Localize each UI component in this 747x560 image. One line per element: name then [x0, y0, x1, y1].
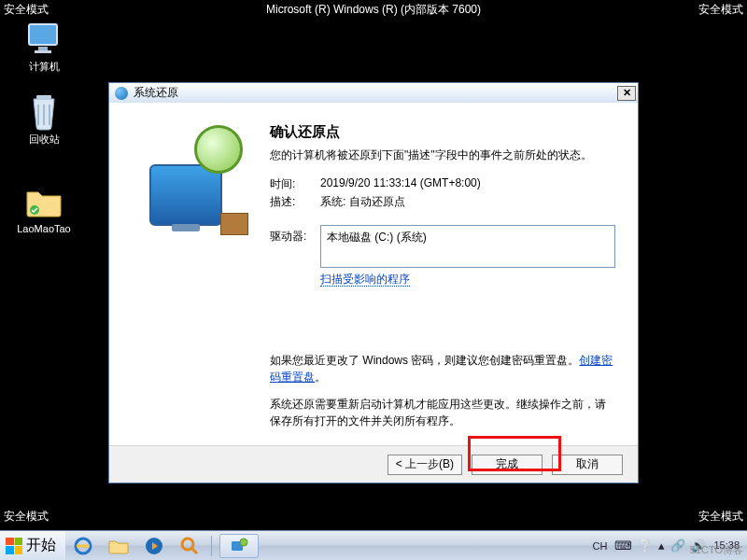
system-restore-icon — [115, 87, 128, 100]
system-restore-icon — [230, 538, 248, 554]
recycle-bin-icon — [24, 91, 63, 131]
ie-icon — [74, 537, 92, 555]
dialog-footer: < 上一步(B) 完成 取消 — [109, 445, 638, 483]
desktop-icon-folder[interactable]: LaoMaoTao — [11, 182, 77, 234]
safe-mode-label: 安全模式 — [4, 2, 49, 18]
svg-point-7 — [182, 539, 193, 550]
desktop-icon-recycle-bin[interactable]: 回收站 — [11, 91, 77, 147]
network-disabled-icon[interactable]: 🔗 — [670, 539, 685, 553]
search-icon — [180, 537, 199, 555]
desktop-icon-label: 计算机 — [29, 60, 60, 74]
help-icon[interactable]: ❔ — [638, 539, 653, 553]
media-player-icon — [145, 537, 163, 555]
password-note: 如果您最近更改了 Windows 密码，则建议您创建密码重置盘。创建密码重置盘。 — [270, 352, 615, 386]
drive-item: 本地磁盘 (C:) (系统) — [327, 231, 427, 244]
system-restore-dialog: 系统还原 ✕ 确认还原点 您的计算机将被还原到下面"描述"字段中的事件之前所处的… — [108, 82, 639, 483]
dialog-title: 系统还原 — [134, 85, 178, 101]
clock[interactable]: 15:38 — [713, 540, 740, 551]
svg-rect-0 — [29, 24, 57, 45]
svg-rect-3 — [36, 95, 51, 99]
scan-affected-programs-link[interactable]: 扫描受影响的程序 — [320, 273, 410, 287]
taskbar-explorer-button[interactable] — [101, 531, 136, 560]
ime-indicator[interactable]: CH — [593, 540, 608, 552]
taskbar-separator — [211, 536, 212, 556]
desktop-icon-computer[interactable]: 计算机 — [11, 19, 77, 74]
dialog-heading: 确认还原点 — [270, 123, 615, 141]
drives-label: 驱动器: — [270, 225, 320, 268]
svg-rect-1 — [38, 47, 48, 50]
desc-value: 系统: 自动还原点 — [320, 194, 405, 210]
folder-icon — [108, 538, 129, 554]
desc-label: 描述: — [270, 194, 320, 210]
time-value: 2019/9/20 11:33:14 (GMT+8:00) — [320, 176, 481, 192]
svg-point-9 — [240, 539, 247, 546]
dialog-illustration-pane — [109, 103, 270, 445]
start-label: 开始 — [26, 536, 56, 555]
drives-listbox[interactable]: 本地磁盘 (C:) (系统) — [320, 225, 615, 268]
start-button[interactable]: 开始 — [0, 531, 65, 561]
time-label: 时间: — [270, 176, 320, 192]
system-tray: CH ⌨ ❔ ▴ 🔗 🔊 15:38 — [585, 539, 747, 553]
safe-mode-label: 安全模式 — [698, 509, 743, 525]
taskbar-task-system-restore[interactable] — [219, 534, 259, 558]
safe-mode-label: 安全模式 — [698, 2, 743, 18]
dialog-titlebar[interactable]: 系统还原 ✕ — [109, 82, 638, 103]
cancel-button[interactable]: 取消 — [552, 455, 623, 475]
dialog-intro: 您的计算机将被还原到下面"描述"字段中的事件之前所处的状态。 — [270, 147, 615, 163]
keyboard-icon[interactable]: ⌨ — [614, 539, 632, 553]
system-restore-illustration — [138, 129, 241, 231]
taskbar-search-button[interactable] — [172, 531, 207, 560]
desktop-icon-label: LaoMaoTao — [17, 223, 71, 234]
computer-icon — [24, 19, 63, 58]
volume-icon[interactable]: 🔊 — [691, 539, 706, 553]
close-icon: ✕ — [623, 87, 631, 99]
taskbar-media-player-button[interactable] — [136, 531, 172, 560]
restart-note: 系统还原需要重新启动计算机才能应用这些更改。继续操作之前，请保存所有打开的文件并… — [270, 396, 615, 430]
os-build-label: Microsoft (R) Windows (R) (内部版本 7600) — [266, 2, 481, 18]
safe-mode-label: 安全模式 — [4, 509, 49, 525]
finish-button[interactable]: 完成 — [472, 455, 543, 475]
folder-icon — [24, 182, 63, 221]
taskbar: 开始 CH ⌨ ❔ ▴ 🔗 🔊 15:38 — [0, 530, 747, 560]
back-button[interactable]: < 上一步(B) — [388, 455, 462, 475]
chevron-up-icon[interactable]: ▴ — [658, 539, 665, 553]
close-button[interactable]: ✕ — [617, 86, 636, 101]
windows-logo-icon — [6, 538, 22, 554]
svg-rect-2 — [35, 50, 51, 53]
taskbar-ie-button[interactable] — [65, 531, 101, 560]
desktop-icon-label: 回收站 — [29, 133, 60, 147]
